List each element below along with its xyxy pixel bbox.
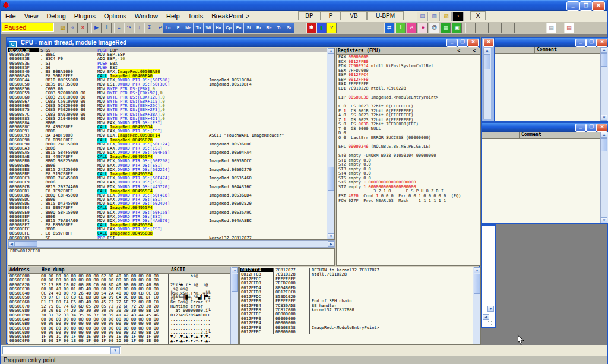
- dump-row[interactable]: 0050C00000 00 00 00 00 00 00 00 62 8D 40…: [8, 274, 230, 278]
- stack-row[interactable]: 0012FFF80050BE38ImageRed.<ModuleEntryPoi…: [240, 325, 473, 330]
- stack-row[interactable]: 0012FFE87C817080kernel32.7C817080: [240, 308, 473, 312]
- scroll-thumb[interactable]: [484, 54, 490, 69]
- register-line[interactable]: ST7 empty 1.0000000000000000000: [337, 185, 480, 189]
- disasm-row[interactable]: 0050BED6. 8B0D C8F45000MOV ECX,DWORD PTR…: [8, 193, 327, 197]
- menu-debug[interactable]: Debug: [42, 11, 69, 22]
- disasm-row[interactable]: 0050BEC3. 8B0D 74F45000MOV ECX,DWORD PTR…: [8, 176, 327, 180]
- close-button[interactable]: ✕: [597, 39, 607, 47]
- stack-row[interactable]: 0012FFEC00000000: [240, 312, 473, 316]
- menu-help[interactable]: Help: [162, 11, 184, 22]
- minimize-button[interactable]: _: [575, 39, 586, 47]
- disasm-row[interactable]: 0050BE56. C603 00MOV BYTE PTR DS:[EBX],0: [8, 87, 327, 91]
- disasm-row[interactable]: 0050BE40. B8 B0BA5000MOV EAX,ImageRed.00…: [8, 69, 327, 74]
- scroll-thumb[interactable]: [601, 138, 607, 151]
- notes-report-icon[interactable]: ▤: [564, 23, 574, 33]
- disasm-row[interactable]: 0050BE83. C683 21040000 00MOV BYTE PTR D…: [8, 116, 327, 121]
- menu-options[interactable]: Options: [100, 11, 131, 22]
- plugin-close-x-button[interactable]: X: [470, 11, 486, 20]
- register-line[interactable]: EAX 00000000: [337, 55, 480, 59]
- stack-row[interactable]: 0012FFDC853D1020: [240, 295, 473, 299]
- window-button-cp[interactable]: Cp: [223, 23, 234, 33]
- stack-row[interactable]: 0012FFF000000000: [240, 316, 473, 321]
- log-report-icon[interactable]: ▤: [546, 23, 556, 33]
- copy-page-icon[interactable]: ▤: [417, 12, 428, 21]
- stack-vscrollbar[interactable]: ▲: [473, 267, 480, 344]
- disasm-row[interactable]: 0050BEAB. E8 4497F8FFCALL ImageRed.00495…: [8, 154, 327, 159]
- menu-tools[interactable]: Tools: [184, 11, 208, 22]
- dump-row[interactable]: 0050C08020 20 61 74 20 30 30 30 30 30 30…: [8, 308, 230, 312]
- scroll-up-icon[interactable]: ▲: [601, 132, 607, 138]
- disasm-row[interactable]: 0050BE3B. 83C4 F0ADD ESP,-10: [8, 56, 327, 61]
- disasm-row[interactable]: 0050BECB. 8B15 20374A00MOV EDX,DWORD PTR…: [8, 185, 327, 189]
- register-line[interactable]: ST6 empty 1.0000000000000000000: [337, 180, 480, 185]
- register-line[interactable]: A 0 SS 0023 32bit 0(FFFFFFFF): [337, 113, 480, 118]
- letter-a-icon[interactable]: A: [407, 23, 417, 33]
- dump-row[interactable]: 0050C0F01E 00 1F 00 1E 00 1F 00 1F 00 1D…: [8, 338, 230, 343]
- disasm-row[interactable]: 0050BEBE. E8 3197F8FFCALL ImageRed.00495…: [8, 172, 327, 176]
- disasm-row[interactable]: 0050BEC9. 8B06MOV EAX,DWORD PTR DS:[ESI]: [8, 180, 327, 184]
- close-program-icon[interactable]: ×: [78, 23, 88, 33]
- window-button-ln[interactable]: Ln: [163, 23, 173, 33]
- command-combobox[interactable]: ▼: [2, 346, 121, 354]
- scroll-up-icon[interactable]: ▲: [232, 267, 238, 273]
- register-line[interactable]: EIP 0050BE38 ImageRed.<ModuleEntryPoint>: [337, 95, 480, 100]
- disasm-row[interactable]: 0050BEE4. E8 0B97F8FFCALL ImageRed.00495…: [8, 205, 327, 210]
- plugin-button-u-bpm[interactable]: U-BPM: [367, 11, 404, 20]
- dump-row[interactable]: 0050C0C000 00 00 00 00 00 00 00 00 00 00…: [8, 326, 230, 330]
- scroll-left-icon[interactable]: ◀: [8, 241, 15, 247]
- chevron-down-icon[interactable]: ▼: [110, 347, 120, 354]
- register-line[interactable]: S 0 FS 003B 32bit 7FFDF000(FFF): [337, 122, 480, 126]
- dump-row[interactable]: 0050C02032 13 8B C0 02 00 8B C0 00 8D 40…: [8, 283, 230, 287]
- resize-grip[interactable]: [487, 320, 494, 326]
- window-button-me[interactable]: Me: [183, 23, 194, 33]
- disasm-row[interactable]: 0050BE6E. C683 5C020000 00MOV BYTE PTR D…: [8, 103, 327, 107]
- disasm-row[interactable]: 0050BEFC. 8B06MOV EAX,DWORD PTR DS:[ESI]: [8, 227, 327, 231]
- blank-button[interactable]: [479, 23, 489, 33]
- stack-row[interactable]: 0012FFC47C817077RETURN to kernel32.7C817…: [240, 268, 473, 272]
- register-line[interactable]: P 1 CS 001B 32bit 0(FFFFFFFF): [337, 109, 480, 113]
- minimize-button[interactable]: _: [575, 124, 586, 132]
- update-icon[interactable]: ‖: [395, 23, 406, 33]
- spiral-icon[interactable]: @: [429, 23, 439, 33]
- scroll-left-icon[interactable]: ◀: [483, 314, 489, 320]
- disasm-row[interactable]: 0050BE38$ 55PUSH EBP: [8, 48, 327, 52]
- maximize-button[interactable]: ❐: [580, 1, 593, 11]
- window-button-br[interactable]: Br: [254, 23, 264, 33]
- scroll-down-icon[interactable]: ▼: [328, 233, 334, 239]
- console-icon[interactable]: ›: [452, 12, 464, 21]
- register-line[interactable]: ST3 empty 0.0: [337, 167, 480, 172]
- dump-row[interactable]: 0050C0A000 00 00 00 00 00 00 00 00 00 00…: [8, 317, 230, 321]
- comment-bottom-vscrollbar[interactable]: ▲ ▼: [600, 132, 608, 223]
- scroll-thumb[interactable]: [232, 274, 238, 292]
- stack-pane[interactable]: 0012FFC47C817077RETURN to kernel32.7C817…: [239, 267, 481, 345]
- disasm-row[interactable]: 0050BEE9. 8B0D 58F15000MOV ECX,DWORD PTR…: [8, 210, 327, 214]
- disasm-row[interactable]: 0050BEB6. 8B06MOV EAX,DWORD PTR DS:[ESI]: [8, 163, 327, 167]
- blank-button[interactable]: [505, 23, 515, 33]
- scroll-thumb[interactable]: [474, 274, 480, 294]
- window-green-icon[interactable]: ▣: [452, 23, 462, 33]
- register-line[interactable]: C 0 ES 0023 32bit 0(FFFFFFFF): [337, 104, 480, 109]
- register-line[interactable]: ESP 0012FFC4: [337, 72, 480, 77]
- window-button-re[interactable]: Re: [264, 23, 274, 33]
- disasm-hscrollbar[interactable]: ◀ ▶: [8, 240, 335, 248]
- disasm-row[interactable]: 0050BEF7. E8 F896F8FFCALL ImageRed.00495…: [8, 223, 327, 227]
- dump-row[interactable]: 0050C0E01F 00 1C 00 1F 00 1E 00 1F 00 1E…: [8, 334, 230, 338]
- scroll-down-icon[interactable]: ▼: [601, 217, 607, 223]
- scroll-up-icon[interactable]: ▲: [484, 48, 490, 53]
- stack-row[interactable]: 0012FFC87C910228ntdll.7C910228: [240, 272, 473, 276]
- window-button-st[interactable]: St: [243, 23, 254, 33]
- register-line[interactable]: T 0 GS 0000 NULL: [337, 126, 480, 131]
- disasm-row[interactable]: 0050BE60. C683 2E010000 00MOV BYTE PTR D…: [8, 95, 327, 99]
- cpu-window-titlebar[interactable]: C CPU - main thread, module ImageRed _ ❐…: [7, 38, 479, 47]
- disasm-row[interactable]: 0050BF03. 5EPOP ESIkernel32.7C817077: [8, 236, 327, 240]
- register-line[interactable]: ESI FFFFFFFF: [337, 81, 480, 86]
- pause-icon[interactable]: ‖: [102, 23, 112, 33]
- close-button[interactable]: ✕: [597, 124, 607, 132]
- disasm-row[interactable]: 0050BEDE. 8B15 D4245000MOV EDX,DWORD PTR…: [8, 201, 327, 205]
- restore-button[interactable]: ❐: [586, 39, 597, 47]
- stack-row[interactable]: 0012FFFC00000000: [240, 330, 473, 334]
- save-icon[interactable]: ▥: [429, 12, 440, 21]
- disasm-row[interactable]: 0050BE75. C683 F3020000 00MOV BYTE PTR D…: [8, 107, 327, 112]
- scroll-down-icon[interactable]: ▼: [601, 115, 607, 121]
- main-titlebar[interactable]: ✱ _ ❐ ✕: [1, 0, 607, 11]
